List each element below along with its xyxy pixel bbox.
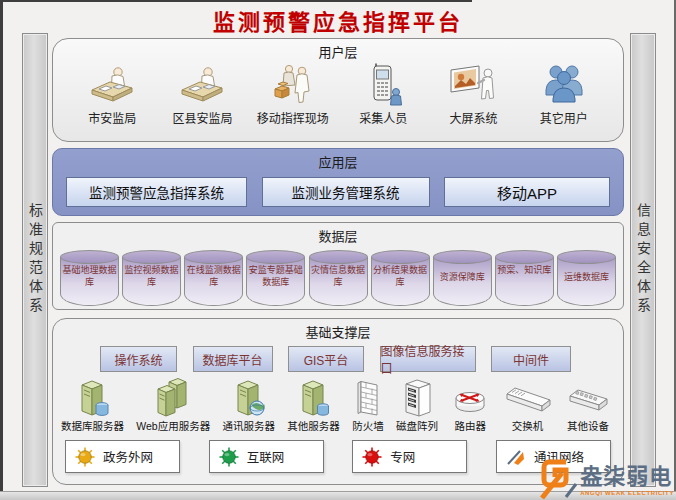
network-box-internet: 互联网 — [209, 440, 324, 473]
device-label: 通讯服务器 — [223, 418, 276, 433]
network-box-gov-extranet: 政务外网 — [65, 440, 180, 473]
big-screen-icon — [447, 63, 499, 107]
system-box-mobile-app: 移动APP — [444, 177, 610, 207]
cylinder-top — [371, 250, 430, 264]
database-cylinder: 预案、知识库 — [495, 250, 554, 306]
user-items-row: 市安监局 区县安监局 — [53, 61, 623, 126]
network-label: 政务外网 — [103, 447, 153, 466]
platform-box-middleware: 中间件 — [491, 346, 571, 372]
user-item-district-bureau: 区县安监局 — [157, 63, 247, 126]
antenna-icon — [506, 447, 526, 467]
left-pillar-label: 标准规范体系 — [25, 203, 45, 317]
data-layer-label: 数据层 — [53, 223, 623, 245]
mobile-phone-icon — [363, 63, 403, 107]
cylinder-top — [246, 250, 305, 264]
database-cylinder: 在线监测数据库 — [184, 250, 243, 306]
user-item-label: 市安监局 — [88, 109, 136, 126]
database-cylinder: 基础地理数据库 — [60, 250, 119, 306]
user-layer: 用户层 市安监局 — [52, 38, 624, 142]
application-layer-label: 应用层 — [53, 149, 623, 171]
user-item-label: 区县安监局 — [172, 109, 232, 126]
platform-box-database: 数据库平台 — [193, 346, 273, 372]
other-device-icon — [565, 382, 611, 418]
user-item-mobile-command: 移动指挥现场 — [248, 63, 338, 126]
system-box-command: 监测预警应急指挥系统 — [66, 177, 247, 207]
cylinder-top — [309, 250, 368, 264]
network-label: 专网 — [390, 447, 415, 466]
watermark-logo-icon — [536, 453, 578, 499]
database-label: 灾情信息数据库 — [310, 265, 367, 288]
user-item-collectors: 采集人员 — [338, 63, 428, 126]
system-box-business: 监测业务管理系统 — [262, 177, 430, 207]
database-label: 基础地理数据库 — [61, 265, 118, 288]
watermark: 盎柒弱电 ANGQI WEAK ELECTRICITY — [536, 453, 674, 499]
platform-row: 操作系统 数据库平台 GIS平台 图像信息服务接口 中间件 — [100, 346, 571, 372]
frame-edge-left — [0, 0, 3, 500]
frame-edge-top — [0, 0, 472, 2]
right-pillar-security: 信息安全体系 — [630, 33, 656, 487]
right-pillar-label: 信息安全体系 — [633, 203, 653, 317]
disk-array-icon — [399, 376, 435, 418]
device-label: 防火墙 — [352, 418, 384, 433]
device-other-equipment: 其他设备 — [565, 382, 611, 433]
network-box-private-net: 专网 — [352, 440, 467, 473]
database-label: 预案、知识库 — [496, 265, 553, 277]
router-icon — [450, 378, 490, 418]
database-label: 监控视频数据库 — [123, 265, 180, 288]
device-other-server: 其他服务器 — [287, 376, 340, 433]
device-label: 其他设备 — [567, 418, 609, 433]
diagram-canvas: 监测预警应急指挥平台 标准规范体系 信息安全体系 用户层 市安监局 — [0, 0, 676, 500]
device-db-server: 数据库服务器 — [61, 376, 124, 433]
field-team-icon — [269, 63, 317, 107]
database-label: 分析结果数据库 — [372, 265, 429, 288]
database-label: 安监专题基础数据库 — [247, 265, 304, 288]
device-label: 数据库服务器 — [61, 418, 124, 433]
platform-box-gis: GIS平台 — [288, 346, 364, 372]
web-server-icon — [153, 376, 193, 418]
user-item-city-bureau: 市安监局 — [67, 63, 157, 126]
device-label: 交换机 — [512, 418, 544, 433]
firewall-icon — [354, 376, 382, 418]
infrastructure-layer-label: 基础支撑层 — [53, 319, 623, 341]
desk-officer-icon — [89, 63, 135, 107]
user-item-label: 移动指挥现场 — [257, 109, 329, 126]
cylinder-top — [60, 250, 119, 264]
network-row: 政务外网 互联网 — [65, 440, 611, 473]
database-cylinder: 分析结果数据库 — [371, 250, 430, 306]
cylinder-top — [122, 250, 181, 264]
device-switch: 交换机 — [503, 380, 553, 433]
device-web-server: Web应用服务器 — [136, 376, 210, 433]
watermark-text: 盎柒弱电 ANGQI WEAK ELECTRICITY — [580, 466, 674, 499]
watermark-cn: 盎柒弱电 — [580, 466, 674, 488]
database-cylinder: 安监专题基础数据库 — [246, 250, 305, 306]
page-title: 监测预警应急指挥平台 — [0, 4, 676, 36]
device-router: 路由器 — [450, 378, 490, 433]
database-label: 资源保障库 — [434, 272, 491, 284]
cylinder-top — [184, 250, 243, 264]
application-systems-row: 监测预警应急指挥系统 监测业务管理系统 移动APP — [53, 171, 623, 207]
user-layer-label: 用户层 — [53, 39, 623, 61]
device-firewall: 防火墙 — [352, 376, 384, 433]
desk-officer-icon — [179, 63, 225, 107]
database-cylinder: 灾情信息数据库 — [309, 250, 368, 306]
db-server-icon — [75, 376, 111, 418]
device-disk-array: 磁盘阵列 — [396, 376, 438, 433]
user-item-label: 大屏系统 — [449, 109, 497, 126]
network-label: 互联网 — [247, 447, 285, 466]
device-label: Web应用服务器 — [136, 418, 210, 433]
cylinder-top — [495, 250, 554, 264]
database-label: 在线监测数据库 — [185, 265, 242, 288]
device-label: 路由器 — [455, 418, 487, 433]
user-item-other-users: 其它用户 — [519, 63, 609, 126]
platform-box-os: 操作系统 — [100, 346, 177, 372]
left-pillar-standards: 标准规范体系 — [22, 33, 48, 487]
database-cylinder: 运维数据库 — [557, 250, 616, 306]
platform-box-image-service: 图像信息服务接口 — [380, 346, 476, 372]
device-label: 其他服务器 — [287, 418, 340, 433]
users-icon — [541, 63, 587, 107]
switch-icon — [503, 380, 553, 418]
cylinder-top — [433, 250, 492, 264]
device-row: 数据库服务器 Web应 — [61, 375, 611, 433]
cylinder-top — [557, 250, 616, 264]
user-item-big-screen: 大屏系统 — [428, 63, 518, 126]
